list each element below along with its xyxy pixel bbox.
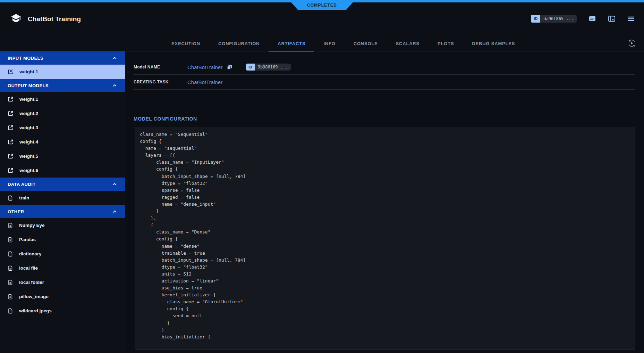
- tab-execution[interactable]: EXECUTION: [162, 36, 209, 51]
- id-value: 9b986169 ...: [255, 64, 291, 71]
- file-icon: [8, 308, 13, 314]
- status-badge-label: COMPLETED: [307, 3, 337, 8]
- sidebar-item-pillow-image[interactable]: pillow_image: [0, 289, 125, 304]
- copy-icon[interactable]: [226, 64, 233, 71]
- id-value: da96f865 ...: [540, 15, 577, 23]
- sidebar-item-label: weight.1: [19, 97, 38, 102]
- add-tag-label: + ADD TAG: [34, 27, 54, 31]
- sidebar-item-label: local file: [19, 265, 38, 271]
- comments-icon[interactable]: [588, 15, 596, 23]
- auto-refresh-icon[interactable]: [627, 39, 636, 48]
- sidebar-item-output-weight-6[interactable]: weight.6: [0, 163, 125, 178]
- sidebar-item-label: weight.1: [19, 69, 38, 74]
- sidebar-item-label: train: [19, 195, 29, 200]
- chevron-up-icon: [112, 83, 117, 88]
- export-icon: [8, 110, 14, 116]
- model-id-chip[interactable]: ID 9b986169 ...: [246, 64, 291, 71]
- sidebar-item-label: local folder: [19, 280, 44, 285]
- import-icon: [8, 69, 14, 75]
- id-label: ID: [246, 64, 255, 71]
- section-title: OUTPUT MODELS: [8, 83, 49, 88]
- model-details: Model NAME ChatBotTrainer ID 9b986169 ..…: [134, 60, 635, 90]
- section-title: OTHER: [8, 209, 24, 214]
- sidebar-item-input-weight-1[interactable]: weight.1: [0, 65, 125, 79]
- tab-configuration[interactable]: CONFIGURATION: [209, 36, 269, 51]
- sidebar-item-label: wildcard jpegs: [19, 308, 52, 313]
- chevron-up-icon: [112, 182, 117, 187]
- sidebar-section-output-models[interactable]: OUTPUT MODELS: [0, 79, 125, 92]
- sidebar-item-label: weight.2: [19, 111, 38, 116]
- export-icon: [8, 96, 14, 102]
- section-title: INPUT MODELS: [8, 56, 43, 61]
- chevron-up-icon: [112, 56, 117, 61]
- app-logo-icon: [9, 12, 23, 25]
- model-configuration-code[interactable]: class_name = "Sequential" config { name …: [135, 127, 635, 350]
- tab-bar: EXECUTION CONFIGURATION ARTIFACTS INFO C…: [162, 36, 524, 51]
- export-icon: [8, 167, 14, 173]
- status-badge: COMPLETED: [289, 0, 355, 10]
- model-configuration-title: MODEL CONFIGURATION: [134, 116, 197, 122]
- tab-artifacts[interactable]: ARTIFACTS: [269, 36, 314, 51]
- details-panel-icon[interactable]: [608, 15, 616, 23]
- export-icon: [8, 125, 14, 131]
- sidebar-item-numpy-eye[interactable]: Numpy Eye: [0, 218, 125, 232]
- artifact-detail-pane: Model NAME ChatBotTrainer ID 9b986169 ..…: [126, 51, 644, 353]
- section-title: DATA AUDIT: [8, 182, 36, 187]
- tab-plots[interactable]: PLOTS: [429, 36, 463, 51]
- sidebar-item-label: pillow_image: [19, 294, 49, 299]
- tab-info[interactable]: INFO: [314, 36, 344, 51]
- sidebar-item-label: Pandas: [19, 237, 36, 242]
- sidebar-item-local-file[interactable]: local file: [0, 261, 125, 275]
- header-actions: ID da96f865 ...: [531, 15, 635, 23]
- sidebar-item-label: weight.3: [19, 125, 38, 130]
- sidebar-section-other[interactable]: OTHER: [0, 205, 125, 218]
- sidebar-item-output-weight-4[interactable]: weight.4: [0, 135, 125, 149]
- export-icon: [8, 139, 14, 145]
- artifacts-sidebar: INPUT MODELS weight.1 OUTPUT MODELS weig…: [0, 51, 125, 353]
- sidebar-item-local-folder[interactable]: local folder: [0, 275, 125, 289]
- sidebar-item-label: weight.4: [19, 139, 38, 145]
- file-icon: [8, 265, 13, 271]
- creating-task-row: CREATING TASK ChatBotTrainer: [134, 75, 635, 90]
- tab-scalars[interactable]: SCALARS: [387, 36, 429, 51]
- sidebar-section-input-models[interactable]: INPUT MODELS: [0, 51, 125, 65]
- sidebar-item-pandas[interactable]: Pandas: [0, 232, 125, 247]
- sidebar-item-output-weight-5[interactable]: weight.5: [0, 149, 125, 163]
- sidebar-item-label: weight.5: [19, 154, 38, 159]
- sidebar-section-data-audit[interactable]: DATA AUDIT: [0, 178, 125, 191]
- chevron-up-icon: [112, 209, 117, 214]
- file-icon: [8, 280, 13, 285]
- sidebar-item-output-weight-3[interactable]: weight.3: [0, 121, 125, 135]
- sidebar-item-output-weight-2[interactable]: weight.2: [0, 106, 125, 121]
- sidebar-item-output-weight-1[interactable]: weight.1: [0, 92, 125, 106]
- sidebar-item-wildcard-jpegs[interactable]: wildcard jpegs: [0, 304, 125, 318]
- file-icon: [8, 195, 13, 201]
- code-text: class_name = "Sequential" config { name …: [140, 131, 630, 340]
- model-name-link[interactable]: ChatBotTrainer: [187, 64, 222, 70]
- sidebar-item-train[interactable]: train: [0, 191, 125, 205]
- menu-icon[interactable]: [627, 15, 635, 23]
- creating-task-label: CREATING TASK: [134, 80, 187, 84]
- file-icon: [8, 294, 13, 299]
- tab-console[interactable]: CONSOLE: [345, 36, 387, 51]
- file-icon: [8, 237, 13, 243]
- sidebar-item-label: dictionary: [19, 251, 42, 256]
- model-name-row: Model NAME ChatBotTrainer ID 9b986169 ..…: [134, 60, 635, 75]
- experiment-id-chip[interactable]: ID da96f865 ...: [531, 15, 577, 23]
- file-icon: [8, 251, 13, 257]
- model-name-label: Model NAME: [134, 65, 187, 69]
- tab-debug-samples[interactable]: DEBUG SAMPLES: [463, 36, 524, 51]
- export-icon: [8, 153, 14, 159]
- creating-task-link[interactable]: ChatBotTrainer: [187, 79, 222, 85]
- sidebar-item-dictionary[interactable]: dictionary: [0, 247, 125, 261]
- file-icon: [8, 223, 13, 228]
- sidebar-item-label: weight.6: [19, 168, 38, 173]
- id-label: ID: [531, 15, 540, 23]
- sidebar-item-label: Numpy Eye: [19, 223, 45, 228]
- page-title: ChatBot Training: [28, 15, 81, 23]
